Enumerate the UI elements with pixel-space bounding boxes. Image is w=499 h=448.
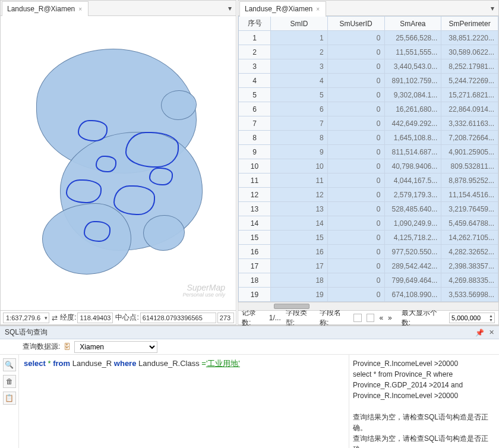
table-row[interactable]: 1010040,798.9406...809.532811... (239, 159, 498, 173)
cell-smuserid: 0 (327, 116, 384, 131)
swap-icon[interactable]: ⇄ (52, 313, 58, 323)
col-smid[interactable]: SmID (271, 17, 328, 31)
search-icon[interactable]: 🔍 (3, 358, 16, 371)
attribute-panel: Landuse_R@Xiamen × ▾ 序号 SmID SmUserID Sm… (238, 0, 499, 325)
table-row[interactable]: 19190674,108.990...3,533.56998... (239, 288, 498, 302)
cell-smperimeter: 15,271.6821... (441, 88, 498, 102)
table-row[interactable]: 22011,551,555...30,589.0622... (239, 45, 498, 59)
center-label: 中心点: (115, 313, 138, 323)
table-row[interactable]: 8801,645,108.8...7,208.72664... (239, 131, 498, 145)
cell-smarea: 25,566,528... (384, 31, 441, 45)
cell-rownum: 6 (239, 102, 271, 116)
log-line: select * from Province_R where Province_… (353, 369, 495, 401)
cell-smarea: 1,645,108.8... (384, 131, 441, 145)
col-rownum[interactable]: 序号 (239, 17, 271, 31)
sql-editor[interactable]: select * from Landuse_R where Landuse_R.… (19, 355, 349, 448)
table-row[interactable]: 11025,566,528...38,851.2220... (239, 31, 498, 45)
table-row[interactable]: 990811,514.687...4,901.25905... (239, 145, 498, 159)
cell-smid: 17 (271, 259, 328, 273)
cell-smuserid: 0 (327, 245, 384, 259)
cell-smid: 1 (271, 31, 328, 45)
sql-ds-select[interactable]: Xiamen (74, 341, 157, 353)
cell-smid: 2 (271, 45, 328, 59)
table-row[interactable]: 18180799,649.464...4,269.88335... (239, 273, 498, 288)
table-tab[interactable]: Landuse_R@Xiamen × (239, 1, 326, 17)
table-row[interactable]: 141401,090,249.9...5,459.64788... (239, 216, 498, 231)
table-row[interactable]: 5509,302,084.1...15,271.6821... (239, 88, 498, 102)
table-row[interactable]: 13130528,485.640...3,219.76459... (239, 202, 498, 216)
cell-rownum: 2 (239, 45, 271, 59)
table-row[interactable]: 17170289,542.442...2,398.38357... (239, 259, 498, 273)
cell-smuserid: 0 (327, 102, 384, 116)
table-row[interactable]: 151504,125,718.2...14,262.7105... (239, 231, 498, 245)
cell-smarea: 2,579,179.3... (384, 188, 441, 202)
attribute-table[interactable]: 序号 SmID SmUserID SmArea SmPerimeter 1102… (238, 16, 498, 302)
cell-smperimeter: 22,864.0914... (441, 102, 498, 116)
map-tab[interactable]: Landuse_R@Xiamen × (2, 1, 89, 17)
sql-log[interactable]: Province_R.IncomeLevel >20000 select * f… (349, 355, 499, 448)
cell-rownum: 1 (239, 31, 271, 45)
table-row[interactable]: 111104,044,167.5...8,878.95252... (239, 173, 498, 188)
cell-smperimeter: 5,244.72269... (441, 74, 498, 88)
table-row[interactable]: 440891,102.759...5,244.72269... (239, 74, 498, 88)
cell-smarea: 4,125,718.2... (384, 231, 441, 245)
table-tab-bar: Landuse_R@Xiamen × ▾ (238, 1, 498, 16)
cell-smuserid: 0 (327, 202, 384, 216)
tab-dropdown-icon[interactable]: ▾ (225, 4, 235, 12)
table-row[interactable]: 16160977,520.550...4,282.32652... (239, 245, 498, 259)
center-x[interactable]: 614128.0793396565 (140, 313, 216, 323)
table-row[interactable]: 3303,440,543.0...8,252.17981... (239, 59, 498, 74)
cell-smperimeter: 4,282.32652... (441, 245, 498, 259)
next-icon[interactable]: » (388, 314, 392, 322)
fieldname-label: 字段名称: (320, 308, 349, 328)
cell-rownum: 18 (239, 273, 271, 288)
cell-smarea: 16,261,680... (384, 102, 441, 116)
log-line: Province_R.IncomeLevel >20000 (353, 358, 495, 369)
cell-smperimeter: 30,589.0622... (441, 45, 498, 59)
cell-smid: 10 (271, 159, 328, 173)
cell-smid: 18 (271, 273, 328, 288)
cell-smperimeter: 8,878.95252... (441, 173, 498, 188)
maxcount-spinner[interactable]: ▲▼ (449, 313, 495, 323)
cell-rownum: 7 (239, 116, 271, 131)
layout-icon[interactable] (353, 314, 362, 322)
cell-smuserid: 0 (327, 145, 384, 159)
cell-smperimeter: 3,219.76459... (441, 202, 498, 216)
table-row[interactable]: 770442,649.292...3,332.61163... (239, 116, 498, 131)
col-smperimeter[interactable]: SmPerimeter (441, 17, 498, 31)
close-icon[interactable]: × (316, 6, 320, 12)
cell-smperimeter: 4,269.88335... (441, 273, 498, 288)
history-icon[interactable]: 📋 (3, 392, 16, 405)
delete-icon[interactable]: 🗑 (3, 375, 16, 388)
scale-combo[interactable]: 1:637,279.6 (3, 313, 49, 323)
h-scrollbar[interactable] (238, 302, 498, 310)
maxcount-input[interactable] (450, 314, 488, 321)
cell-smarea: 528,485.640... (384, 202, 441, 216)
table-row[interactable]: 121202,579,179.3...11,154.4516... (239, 188, 498, 202)
sql-ds-label: 查询数据源: (23, 342, 60, 352)
lng-value[interactable]: 118.49403 (77, 313, 113, 323)
cell-smarea: 811,514.687... (384, 145, 441, 159)
cell-smperimeter: 3,332.61163... (441, 116, 498, 131)
table-row[interactable]: 66016,261,680...22,864.0914... (239, 102, 498, 116)
cell-smid: 6 (271, 102, 328, 116)
close-icon[interactable]: ✕ (489, 329, 494, 336)
prev-icon[interactable]: « (379, 314, 383, 322)
cell-smuserid: 0 (327, 273, 384, 288)
col-smuserid[interactable]: SmUserID (327, 17, 384, 31)
fieldtype-label: 字段类型: (286, 308, 315, 328)
map-canvas[interactable]: SuperMap Personal use only (1, 16, 236, 310)
pin-icon[interactable]: 📌 (475, 329, 484, 337)
center-y[interactable]: 273 (217, 313, 234, 323)
sql-panel-title: SQL语句查询 (5, 327, 48, 337)
watermark: SuperMap Personal use only (182, 283, 225, 298)
col-smarea[interactable]: SmArea (384, 17, 441, 31)
cell-smid: 7 (271, 116, 328, 131)
sql-datasource-row: 查询数据源: 🗄 Xiamen (0, 339, 499, 355)
cell-smid: 4 (271, 74, 328, 88)
close-icon[interactable]: × (78, 6, 82, 12)
map-panel: Landuse_R@Xiamen × ▾ (0, 0, 236, 325)
log-line: 查询结果为空，请检查SQL语句构造是否正确。 (353, 412, 495, 433)
tab-dropdown-icon[interactable]: ▾ (488, 4, 497, 12)
layout-icon-2[interactable] (367, 314, 375, 322)
